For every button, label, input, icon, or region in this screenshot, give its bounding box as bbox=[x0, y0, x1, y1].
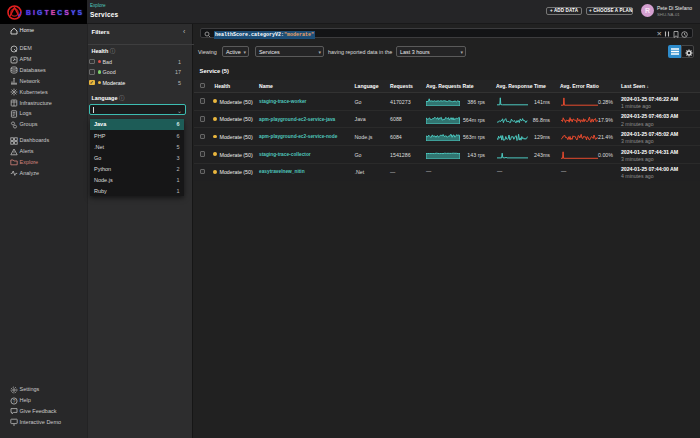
svg-text:?: ? bbox=[12, 398, 15, 403]
